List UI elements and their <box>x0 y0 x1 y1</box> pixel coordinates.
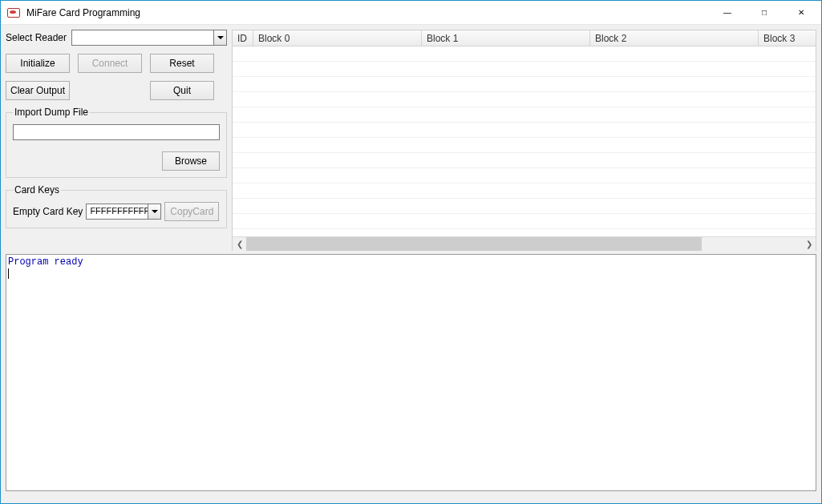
table-row <box>233 92 816 107</box>
title-bar: MiFare Card Programming — □ ✕ <box>1 1 821 25</box>
clear-output-button[interactable]: Clear Output <box>6 81 70 100</box>
close-button[interactable]: ✕ <box>783 1 820 25</box>
import-dump-group: Import Dump File Browse <box>6 107 227 178</box>
table-row <box>233 199 816 214</box>
block-grid: ID Block 0 Block 1 Block 2 Block 3 <box>232 30 816 251</box>
chevron-down-icon[interactable] <box>148 204 160 219</box>
table-row <box>233 168 816 183</box>
import-dump-legend: Import Dump File <box>13 107 90 118</box>
column-header-id[interactable]: ID <box>233 30 253 46</box>
table-row <box>233 46 816 62</box>
text-caret <box>8 268 9 279</box>
empty-card-key-combobox[interactable]: FFFFFFFFFFFF <box>86 204 161 220</box>
copycard-button[interactable]: CopyCard <box>164 202 219 221</box>
table-row <box>233 153 816 168</box>
output-console[interactable]: Program ready <box>6 254 816 491</box>
column-header-block1[interactable]: Block 1 <box>422 30 590 46</box>
empty-card-key-label: Empty Card Key <box>13 206 83 217</box>
window-title: MiFare Card Programming <box>26 7 140 18</box>
grid-header-row: ID Block 0 Block 1 Block 2 Block 3 <box>233 30 816 46</box>
scrollbar-thumb[interactable] <box>246 237 702 251</box>
reset-button[interactable]: Reset <box>150 54 214 73</box>
table-row <box>233 123 816 138</box>
select-reader-label: Select Reader <box>6 32 67 43</box>
initialize-button[interactable]: Initialize <box>6 54 70 73</box>
maximize-button[interactable]: □ <box>746 1 783 25</box>
output-text: Program ready <box>8 256 83 268</box>
grid-body[interactable] <box>233 46 816 229</box>
chevron-down-icon[interactable] <box>213 30 226 45</box>
card-keys-legend: Card Keys <box>13 184 61 196</box>
table-row <box>233 183 816 199</box>
dump-file-path-input[interactable] <box>13 124 220 140</box>
table-row <box>233 107 816 123</box>
minimize-button[interactable]: — <box>709 1 746 25</box>
quit-button[interactable]: Quit <box>150 81 214 100</box>
scroll-right-icon[interactable]: ❯ <box>802 237 816 251</box>
scrollbar-track[interactable] <box>246 237 802 251</box>
control-panel: Select Reader Initialize Connect Reset C… <box>6 30 227 251</box>
connect-button[interactable]: Connect <box>78 54 142 73</box>
horizontal-scrollbar[interactable]: ❮ ❯ <box>233 236 816 250</box>
table-row <box>233 214 816 229</box>
reader-combobox[interactable] <box>71 30 227 46</box>
scroll-left-icon[interactable]: ❮ <box>233 237 246 251</box>
column-header-block0[interactable]: Block 0 <box>253 30 422 46</box>
card-keys-group: Card Keys Empty Card Key FFFFFFFFFFFF Co… <box>6 184 227 228</box>
browse-button[interactable]: Browse <box>162 151 220 171</box>
column-header-block3[interactable]: Block 3 <box>759 30 816 46</box>
table-row <box>233 77 816 92</box>
table-row <box>233 138 816 153</box>
table-row <box>233 62 816 77</box>
column-header-block2[interactable]: Block 2 <box>590 30 759 46</box>
empty-card-key-value: FFFFFFFFFFFF <box>90 206 155 216</box>
main-window: MiFare Card Programming — □ ✕ Select Rea… <box>0 0 822 504</box>
app-icon <box>7 8 20 18</box>
